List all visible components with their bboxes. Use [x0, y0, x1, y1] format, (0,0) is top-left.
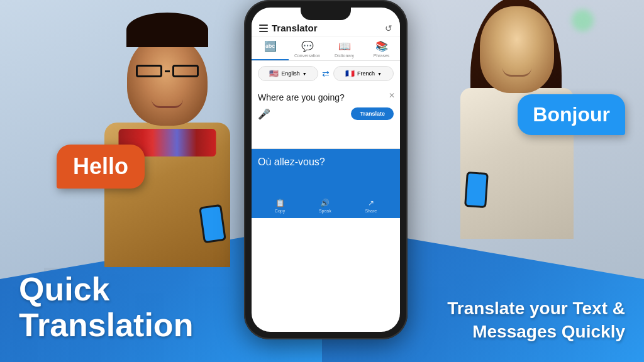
translation-text: Translation: [19, 307, 193, 343]
woman-face: [480, 6, 554, 93]
tab-phrases[interactable]: 📚 Phrases: [363, 36, 400, 60]
man-figure: [104, 13, 230, 267]
output-actions: 📋 Copy 🔊 Speak ↗ Share: [252, 199, 400, 213]
history-icon[interactable]: ↺: [385, 23, 392, 33]
copy-button[interactable]: 📋 Copy: [275, 199, 285, 213]
header-left: Translator: [259, 23, 318, 33]
dictionary-tab-label: Dictionary: [335, 53, 354, 58]
share-button[interactable]: ↗ Share: [365, 199, 377, 213]
input-controls: 🎤 Translate: [258, 107, 394, 120]
phone-notch: [301, 8, 351, 20]
from-flag: 🇺🇸: [269, 69, 279, 78]
output-area: Où allez-vous? 📋 Copy 🔊 Speak ↗ Share: [252, 149, 400, 218]
hello-bubble: Hello: [57, 145, 145, 189]
phone-in-hand-left: [199, 204, 226, 243]
copy-icon: 📋: [275, 199, 285, 207]
input-text-display: Where are you going?: [258, 92, 394, 102]
translate-tab-icon: 🔤: [264, 40, 277, 52]
phrases-tab-label: Phrases: [374, 53, 390, 58]
conversation-tab-label: Conversation: [294, 53, 320, 58]
from-dropdown-arrow: ▼: [303, 72, 307, 76]
tab-conversation[interactable]: 💬 Conversation: [289, 36, 326, 60]
quick-text: Quick: [19, 272, 193, 307]
phrases-tab-icon: 📚: [375, 40, 388, 52]
left-bottom-text: Quick Translation: [19, 272, 193, 343]
man-face: [127, 35, 208, 126]
tab-dictionary[interactable]: 📖 Dictionary: [326, 36, 363, 60]
phone-frame: Translator ↺ 🔤 💬 Conversation 📖 D: [244, 0, 408, 339]
woman-smile: [502, 68, 531, 77]
to-language-button[interactable]: 🇫🇷 French ▼: [333, 66, 394, 81]
language-selector: 🇺🇸 English ▼ ⇄ 🇫🇷 French ▼: [252, 61, 400, 86]
to-flag: 🇫🇷: [345, 69, 355, 78]
translate-button[interactable]: Translate: [351, 107, 394, 120]
phone-screen: Translator ↺ 🔤 💬 Conversation 📖 D: [252, 8, 400, 332]
share-icon: ↗: [368, 199, 374, 207]
speak-icon: 🔊: [320, 199, 330, 207]
copy-label: Copy: [275, 209, 285, 213]
conversation-tab-icon: 💬: [301, 40, 314, 52]
output-text-display: Où allez-vous?: [258, 156, 394, 168]
app-header: Translator ↺: [252, 18, 400, 36]
tab-translate[interactable]: 🔤: [252, 36, 289, 60]
right-title-line1: Translate your Text &: [447, 297, 625, 320]
bonjour-bubble: Bonjour: [518, 94, 625, 135]
input-area: ✕ Where are you going? 🎤 Translate: [252, 86, 400, 149]
menu-icon[interactable]: [259, 25, 268, 32]
app-title: Translator: [272, 23, 318, 33]
dictionary-tab-icon: 📖: [338, 40, 351, 52]
clear-input-button[interactable]: ✕: [389, 91, 395, 100]
tab-bar: 🔤 💬 Conversation 📖 Dictionary 📚 Phrases: [252, 36, 400, 61]
to-dropdown-arrow: ▼: [377, 72, 382, 76]
speak-button[interactable]: 🔊 Speak: [319, 199, 331, 213]
share-label: Share: [365, 209, 377, 213]
right-bottom-text: Translate your Text & Messages Quickly: [447, 297, 625, 343]
phone-in-hand-right: [464, 172, 489, 208]
from-language-button[interactable]: 🇺🇸 English ▼: [258, 66, 318, 81]
man-smile: [152, 99, 183, 108]
man-glasses: [136, 65, 199, 77]
microphone-button[interactable]: 🎤: [258, 108, 270, 120]
right-title-line2: Messages Quickly: [447, 321, 625, 343]
phone-device: Translator ↺ 🔤 💬 Conversation 📖 D: [244, 0, 400, 339]
from-language-name: English: [281, 70, 300, 77]
man-hair: [126, 13, 208, 47]
bokeh-green: [572, 9, 594, 31]
swap-languages-button[interactable]: ⇄: [322, 69, 330, 79]
main-layout: Hello Quick Translation: [0, 0, 644, 362]
to-language-name: French: [357, 70, 375, 77]
speak-label: Speak: [319, 209, 331, 213]
